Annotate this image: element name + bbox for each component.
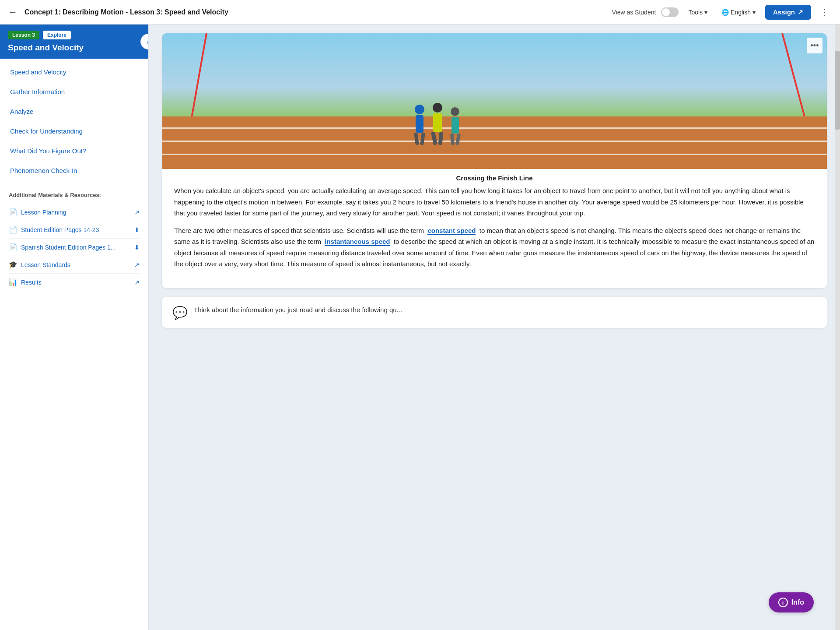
runner-3 (451, 107, 460, 145)
more-menu-button[interactable]: ⋮ (816, 5, 832, 19)
app-layout: Lesson 3 Explore Speed and Velocity « Sp… (0, 25, 840, 630)
scrollbar-track (835, 25, 840, 630)
image-container: ••• (162, 33, 827, 169)
paragraph-1: When you calculate an object's speed, yo… (174, 185, 815, 219)
chat-icon: 💬 (172, 306, 188, 320)
sidebar-header: Lesson 3 Explore Speed and Velocity « (0, 25, 148, 59)
paragraph-2: There are two other measures of speed th… (174, 225, 815, 270)
lane-line-1 (162, 127, 827, 129)
main-content: ••• Crossing the Finish Line When you ca… (149, 25, 840, 630)
download-icon-1: ⬇ (134, 226, 140, 233)
runner-2 (432, 103, 443, 145)
resource-item-lesson-planning[interactable]: 📄 Lesson Planning ↗ (9, 204, 140, 221)
page-title: Concept 1: Describing Motion - Lesson 3:… (24, 8, 612, 16)
tools-button[interactable]: Tools ▾ (684, 6, 712, 18)
external-link-icon-3: ↗ (134, 279, 140, 286)
results-icon: 📊 (9, 278, 18, 286)
content-text: When you calculate an object's speed, yo… (162, 185, 827, 288)
scrollbar-thumb[interactable] (835, 51, 840, 130)
resource-item-student-edition[interactable]: 📄 Student Edition Pages 14-23 ⬇ (9, 221, 140, 239)
runners (415, 103, 460, 145)
info-button[interactable]: i Info (769, 592, 814, 612)
sidebar-nav: Speed and Velocity Gather Information An… (0, 59, 148, 184)
toggle-knob (662, 8, 670, 16)
assign-icon: ↗ (798, 8, 803, 16)
sidebar-item-what-did-you-figure[interactable]: What Did You Figure Out? (0, 141, 148, 161)
view-student-toggle[interactable] (661, 7, 679, 17)
topbar-right: View as Student Tools ▾ 🌐 English ▾ Assi… (612, 5, 832, 20)
additional-resources-section: Additional Materials & Resources: 📄 Less… (0, 184, 148, 294)
image-caption: Crossing the Finish Line (162, 169, 827, 185)
lane-line-3 (162, 154, 827, 155)
globe-icon: 🌐 (721, 9, 729, 16)
discussion-prompt-text: Think about the information you just rea… (194, 305, 402, 315)
external-link-icon-2: ↗ (134, 261, 140, 268)
content-card: ••• Crossing the Finish Line When you ca… (162, 33, 827, 288)
lane-line-2 (162, 141, 827, 142)
standards-icon: 🎓 (9, 260, 18, 269)
track-surface (162, 116, 827, 169)
document-icon-3: 📄 (9, 243, 18, 251)
sidebar: Lesson 3 Explore Speed and Velocity « Sp… (0, 25, 149, 630)
view-student-label: View as Student (612, 9, 656, 16)
discussion-prompt-section: 💬 Think about the information you just r… (162, 297, 827, 328)
runner-1 (415, 105, 424, 145)
image-more-button[interactable]: ••• (807, 38, 822, 53)
sidebar-item-gather-information[interactable]: Gather Information (0, 82, 148, 102)
sidebar-item-speed-velocity[interactable]: Speed and Velocity (0, 62, 148, 82)
assign-button[interactable]: Assign ↗ (765, 5, 811, 20)
topbar: ← Concept 1: Describing Motion - Lesson … (0, 0, 840, 25)
document-icon-2: 📄 (9, 225, 18, 234)
sidebar-item-check-understanding[interactable]: Check for Understanding (0, 121, 148, 141)
resource-item-results[interactable]: 📊 Results ↗ (9, 274, 140, 291)
additional-resources-title: Additional Materials & Resources: (9, 192, 140, 198)
info-circle-icon: i (778, 598, 788, 607)
resource-item-lesson-standards[interactable]: 🎓 Lesson Standards ↗ (9, 256, 140, 274)
constant-speed-link[interactable]: constant speed (427, 227, 476, 235)
document-icon: 📄 (9, 208, 18, 216)
external-link-icon: ↗ (134, 209, 140, 216)
download-icon-2: ⬇ (134, 244, 140, 251)
resource-item-spanish-edition[interactable]: 📄 Spanish Student Edition Pages 1... ⬇ (9, 239, 140, 256)
collapse-sidebar-button[interactable]: « (140, 34, 149, 49)
instantaneous-speed-link[interactable]: instantaneous speed (325, 238, 390, 246)
lesson-badge: Lesson 3 (8, 31, 39, 39)
sidebar-item-analyze[interactable]: Analyze (0, 102, 148, 121)
sidebar-badges: Lesson 3 Explore (8, 31, 140, 39)
back-button[interactable]: ← (8, 7, 18, 18)
sidebar-heading: Speed and Velocity (8, 43, 140, 53)
race-image (162, 33, 827, 169)
sidebar-item-phenomenon-checkin[interactable]: Phenomenon Check-In (0, 161, 148, 180)
language-button[interactable]: 🌐 English ▾ (717, 6, 760, 18)
explore-badge: Explore (43, 31, 71, 39)
